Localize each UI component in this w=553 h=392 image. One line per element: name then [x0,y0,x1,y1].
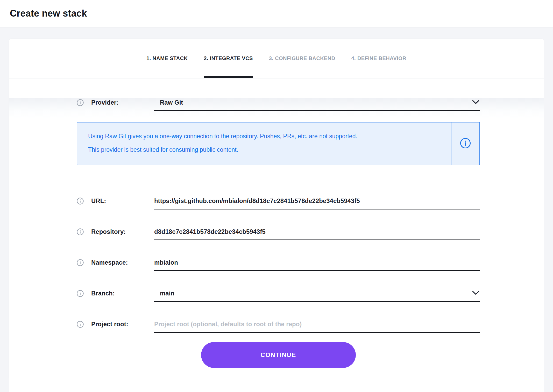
info-circle-icon[interactable] [460,138,471,150]
branch-value: main [160,289,174,298]
chevron-down-icon [472,100,479,105]
namespace-info-icon[interactable] [77,258,91,267]
provider-label: Provider: [91,98,154,107]
namespace-label: Namespace: [91,258,154,267]
provider-note: Using Raw Git gives you a one-way connec… [77,122,480,165]
provider-select[interactable]: Raw Git [154,98,480,107]
provider-field: Raw Git [154,98,480,111]
branch-select[interactable]: main [154,289,480,298]
namespace-row: Namespace: [77,258,480,271]
tab-configure-backend[interactable]: 3. CONFIGURE BACKEND [269,39,335,78]
vcs-form: Provider: Raw Git Using Raw Git gi [77,98,480,368]
provider-note-line1: Using Raw Git gives you a one-way connec… [88,132,443,140]
repository-input[interactable] [154,227,480,236]
namespace-field [154,258,480,271]
provider-note-text: Using Raw Git gives you a one-way connec… [77,122,451,165]
repository-label: Repository: [91,227,154,236]
url-row: URL: [77,196,480,209]
branch-row: Branch: main [77,289,480,302]
branch-field: main [154,289,480,302]
project-root-info-icon[interactable] [77,320,91,329]
branch-info-icon[interactable] [77,289,91,298]
repository-field [154,227,480,240]
provider-value: Raw Git [160,98,183,107]
chevron-down-icon [472,291,479,296]
continue-button[interactable]: CONTINUE [201,342,356,368]
branch-label: Branch: [91,289,154,298]
repository-info-icon[interactable] [77,227,91,236]
page-title: Create new stack [10,8,87,19]
tab-define-behavior[interactable]: 4. DEFINE BEHAVIOR [351,39,406,78]
create-stack-card: 1. NAME STACK 2. INTEGRATE VCS 3. CONFIG… [9,39,544,380]
provider-row: Provider: Raw Git [77,98,480,111]
provider-note-line2: This provider is best suited for consumi… [88,146,443,154]
project-root-input[interactable] [154,320,480,329]
tab-name-stack[interactable]: 1. NAME STACK [146,39,188,78]
card-body: Provider: Raw Git Using Raw Git gi [9,98,544,392]
namespace-input[interactable] [154,258,480,267]
url-info-icon[interactable] [77,196,91,206]
project-root-field [154,320,480,333]
url-input[interactable] [154,196,480,206]
tab-integrate-vcs[interactable]: 2. INTEGRATE VCS [204,39,253,78]
provider-info-icon[interactable] [77,98,91,107]
project-root-label: Project root: [91,320,154,329]
url-label: URL: [91,196,154,206]
submit-row: CONTINUE [77,342,480,368]
project-root-row: Project root: [77,320,480,333]
wizard-tab-strip: 1. NAME STACK 2. INTEGRATE VCS 3. CONFIG… [9,39,544,78]
url-field [154,196,480,209]
provider-note-aside [451,122,479,165]
page-header: Create new stack [0,0,553,27]
repository-row: Repository: [77,227,480,240]
